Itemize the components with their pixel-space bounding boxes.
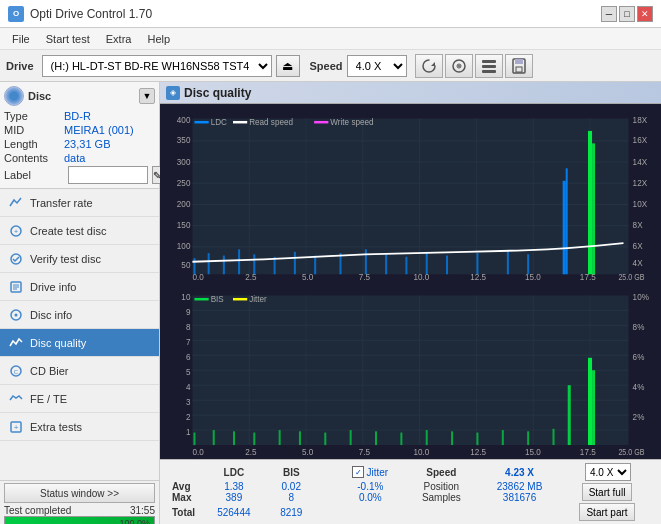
svg-rect-77 xyxy=(426,252,428,274)
type-label: Type xyxy=(4,110,64,122)
menu-help[interactable]: Help xyxy=(139,31,178,47)
svg-rect-88 xyxy=(233,121,247,123)
svg-text:4%: 4% xyxy=(633,381,645,392)
menu-start-test[interactable]: Start test xyxy=(38,31,98,47)
svg-text:10.0: 10.0 xyxy=(414,446,430,457)
avg-row-label: Avg xyxy=(166,481,201,492)
ldc-col-header: LDC xyxy=(201,463,266,481)
svg-rect-153 xyxy=(588,357,592,444)
svg-text:9: 9 xyxy=(186,306,191,317)
menu-extra[interactable]: Extra xyxy=(98,31,140,47)
contents-label: Contents xyxy=(4,152,64,164)
svg-rect-65 xyxy=(193,258,195,274)
svg-rect-157 xyxy=(233,297,247,299)
speed-col-header: Speed xyxy=(405,463,478,481)
disc-options-button[interactable]: ▼ xyxy=(139,88,155,104)
start-part-button[interactable]: Start part xyxy=(579,503,634,521)
nav-cd-bier[interactable]: C CD Bier xyxy=(0,357,159,385)
svg-text:18X: 18X xyxy=(633,115,647,126)
svg-marker-0 xyxy=(431,62,435,66)
transfer-rate-icon xyxy=(8,195,24,211)
label-input[interactable] xyxy=(68,166,148,184)
svg-rect-144 xyxy=(375,431,377,445)
minimize-button[interactable]: ─ xyxy=(601,6,617,22)
svg-text:2%: 2% xyxy=(633,411,645,422)
app-icon: O xyxy=(8,6,24,22)
eject-button[interactable]: ⏏ xyxy=(276,55,300,77)
total-row-label: Total xyxy=(166,503,201,521)
svg-text:8%: 8% xyxy=(633,321,645,332)
svg-text:4: 4 xyxy=(186,381,191,392)
svg-text:+: + xyxy=(14,228,18,235)
svg-text:100: 100 xyxy=(177,241,191,252)
nav-disc-info[interactable]: Disc info xyxy=(0,301,159,329)
speed-value: 4.23 X xyxy=(505,467,534,478)
start-full-button[interactable]: Start full xyxy=(582,483,633,501)
mid-value: MEIRA1 (001) xyxy=(64,124,134,136)
nav-transfer-rate[interactable]: Transfer rate xyxy=(0,189,159,217)
save-button[interactable] xyxy=(505,54,533,78)
nav-extra-tests[interactable]: + Extra tests xyxy=(0,413,159,441)
svg-text:400: 400 xyxy=(177,115,191,126)
svg-text:15.0: 15.0 xyxy=(525,446,541,457)
mid-label: MID xyxy=(4,124,64,136)
svg-rect-8 xyxy=(515,59,523,64)
svg-rect-81 xyxy=(527,254,529,274)
avg-ldc: 1.38 xyxy=(201,481,266,492)
svg-rect-155 xyxy=(194,297,208,299)
extra-tests-icon: + xyxy=(8,419,24,435)
jitter-checkbox[interactable]: ✓ xyxy=(352,466,364,478)
svg-rect-149 xyxy=(502,430,504,445)
nav-create-test-disc[interactable]: + Create test disc xyxy=(0,217,159,245)
svg-rect-66 xyxy=(208,253,210,274)
nav-fe-te[interactable]: FE / TE xyxy=(0,385,159,413)
max-row-label: Max xyxy=(166,492,201,503)
close-button[interactable]: ✕ xyxy=(637,6,653,22)
menu-file[interactable]: File xyxy=(4,31,38,47)
svg-text:17.5: 17.5 xyxy=(580,446,596,457)
content-area: ◈ Disc quality xyxy=(160,82,661,524)
svg-text:10: 10 xyxy=(181,291,190,302)
svg-rect-152 xyxy=(568,385,571,445)
svg-rect-86 xyxy=(194,121,208,123)
svg-text:12X: 12X xyxy=(633,177,647,188)
svg-rect-85 xyxy=(592,143,595,274)
nav-disc-quality[interactable]: Disc quality xyxy=(0,329,159,357)
drive-label: Drive xyxy=(6,60,34,72)
jitter-label: Jitter xyxy=(366,467,388,478)
disc-quality-icon xyxy=(8,335,24,351)
titlebar: O Opti Drive Control 1.70 ─ □ ✕ xyxy=(0,0,661,28)
svg-text:+: + xyxy=(14,423,19,432)
jitter-col-header: ✓ Jitter xyxy=(336,463,405,481)
samples-value: 381676 xyxy=(478,492,561,503)
disc-button[interactable] xyxy=(445,54,473,78)
status-window-button[interactable]: Status window >> xyxy=(4,483,155,503)
refresh-button[interactable] xyxy=(415,54,443,78)
svg-rect-137 xyxy=(213,430,215,445)
disc-icon xyxy=(4,86,24,106)
svg-text:200: 200 xyxy=(177,198,191,209)
svg-rect-9 xyxy=(516,67,522,72)
nav-verify-test-disc[interactable]: Verify test disc xyxy=(0,245,159,273)
drive-toolbar: Drive (H:) HL-DT-ST BD-RE WH16NS58 TST4 … xyxy=(0,50,661,82)
maximize-button[interactable]: □ xyxy=(619,6,635,22)
verify-test-disc-icon xyxy=(8,251,24,267)
progress-label: 100.0% xyxy=(119,517,150,524)
total-bis: 8219 xyxy=(267,503,316,521)
settings-button[interactable] xyxy=(475,54,503,78)
svg-text:5.0: 5.0 xyxy=(302,272,313,281)
contents-value: data xyxy=(64,152,85,164)
position-value: 23862 MB xyxy=(478,481,561,492)
speed-quality-select[interactable]: 4.0 X xyxy=(585,463,631,481)
svg-text:10%: 10% xyxy=(633,291,649,302)
svg-rect-74 xyxy=(365,249,367,274)
svg-text:10X: 10X xyxy=(633,198,647,209)
speed-select[interactable]: 4.0 X 2.0 X 6.0 X 8.0 X xyxy=(347,55,407,77)
avg-jitter: -0.1% xyxy=(336,481,405,492)
svg-rect-151 xyxy=(553,428,555,444)
nav-drive-info[interactable]: Drive info xyxy=(0,273,159,301)
svg-text:250: 250 xyxy=(177,177,191,188)
status-time: 31:55 xyxy=(130,505,155,516)
progress-bar: 100.0% xyxy=(4,516,155,524)
drive-select[interactable]: (H:) HL-DT-ST BD-RE WH16NS58 TST4 xyxy=(42,55,272,77)
